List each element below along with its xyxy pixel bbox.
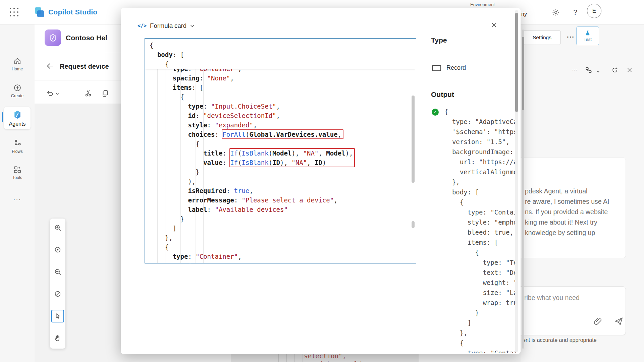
test-pane: Settings ··· Test ··· pdesk Agent, a vir… [521, 24, 644, 362]
editor-scrollbar-thumb[interactable] [412, 96, 415, 183]
close-chat-icon[interactable] [625, 66, 634, 74]
select-tool-icon[interactable] [51, 310, 64, 322]
background-code-strip: selection", weight: "Bolder" [231, 353, 419, 362]
sidebar-item-label: Home [0, 67, 35, 71]
record-type-label: Record [446, 64, 466, 71]
app-title: Copilot Studio [48, 8, 97, 16]
chat-message-line: pdesk Agent, a virtual [525, 186, 609, 196]
output-json-line: url: "https://a [444, 157, 516, 167]
canvas-toolbar [35, 80, 121, 104]
ai-disclaimer: ent is accurate and appropriate [523, 337, 597, 343]
sidebar-item-agents[interactable]: Agents [4, 107, 31, 129]
output-json-line: size: "La [444, 288, 516, 298]
test-button-label: Test [584, 37, 592, 42]
close-dialog-icon[interactable] [489, 20, 499, 30]
test-button[interactable]: Test [576, 26, 599, 45]
pan-tool-icon[interactable] [51, 332, 64, 345]
output-json-line: { [444, 107, 516, 117]
background-code-line: weight: "Bolder" [312, 360, 373, 362]
output-json-line: }, [444, 328, 516, 338]
user-avatar[interactable]: E [587, 4, 601, 18]
sidebar-item-flows[interactable]: Flows [0, 139, 35, 154]
chat-message-line: knowledge by setting up [525, 228, 609, 238]
sidebar-more-button[interactable]: ··· [0, 196, 35, 203]
output-json-line: '$schema': "https [444, 127, 516, 137]
sidebar-item-tools[interactable]: Tools [0, 165, 35, 180]
background-code-line: selection", [304, 353, 346, 360]
type-heading: Type [431, 36, 447, 44]
output-json-line: { [444, 247, 516, 257]
code-line: spacing: "None", [150, 73, 416, 83]
cut-icon[interactable] [84, 89, 92, 97]
sidebar-item-label: Create [0, 94, 35, 98]
output-json-line: body: [ [444, 187, 516, 197]
sidebar-item-label: Agents [9, 121, 26, 127]
undo-chevron-icon[interactable] [55, 91, 63, 99]
agent-name: Contoso Hel [66, 34, 107, 42]
app-launcher-icon[interactable] [9, 7, 19, 17]
code-line: { [150, 92, 416, 102]
chat-message-line: ns. If you provided a website [525, 207, 609, 217]
topic-header: Request device [35, 52, 121, 80]
code-line: body: [ [150, 50, 416, 59]
output-json-line: } [444, 308, 516, 318]
settings-button[interactable]: Settings [523, 30, 561, 45]
copilot-studio-logo-icon [34, 7, 45, 18]
modal-scrollbar[interactable] [515, 10, 518, 352]
back-arrow-icon[interactable] [46, 62, 54, 70]
environment-name-clipped: ny [521, 11, 527, 17]
chat-message-line: king me about it! Next try [525, 217, 609, 228]
disable-tool-icon[interactable] [51, 288, 64, 300]
code-line: label: "Available devices" [150, 205, 416, 214]
copy-icon[interactable] [101, 89, 109, 97]
chevron-down-icon [190, 23, 195, 29]
sidebar-item-create[interactable]: Create [0, 83, 35, 98]
output-json-line: { [444, 338, 516, 348]
header-more-button[interactable]: ··· [567, 33, 575, 41]
refresh-icon[interactable] [610, 66, 619, 74]
locate-tool-icon[interactable] [51, 243, 64, 256]
agent-header: Contoso Hel [35, 24, 121, 52]
record-type-icon [432, 65, 441, 71]
attachment-icon[interactable] [592, 315, 604, 328]
send-icon[interactable] [613, 315, 625, 328]
tools-icon [0, 165, 35, 174]
pane-scrollbar[interactable] [522, 29, 524, 349]
formula-code-editor[interactable]: { body: [ { type: "Container", spacing: … [145, 38, 416, 263]
map-chevron-icon[interactable] [594, 67, 602, 76]
code-line: items: [ [150, 83, 416, 92]
formula-card-title: Formula card [150, 22, 186, 29]
code-line: choices: ForAll(Global.VarDevices.value, [150, 130, 416, 139]
flask-icon [584, 30, 591, 37]
help-icon[interactable]: ? [570, 7, 580, 17]
undo-icon[interactable] [46, 89, 54, 97]
agents-icon [12, 110, 22, 121]
topic-map-icon[interactable] [584, 66, 593, 74]
home-icon [0, 57, 35, 65]
code-scroll-lines: type: "Container", spacing: "None", item… [145, 64, 416, 263]
chat-composer[interactable]: ribe what you need [503, 286, 626, 335]
formula-card-selector[interactable]: </> Formula card [138, 22, 195, 29]
code-line: title: If(IsBlank(Model), "NA", Model), [150, 148, 416, 158]
settings-gear-icon[interactable] [551, 7, 561, 17]
code-line: { [150, 242, 416, 252]
output-json-line: weight: " [444, 278, 516, 288]
output-json-line: version: "1.5", [444, 137, 516, 147]
output-json-line: backgroundImage: [444, 147, 516, 157]
output-json-line: bleed: true, [444, 227, 516, 237]
code-sticky-lines: { body: [ { [145, 39, 416, 69]
sidebar-item-home[interactable]: Home [0, 57, 35, 71]
code-line: style: "expanded", [150, 120, 416, 130]
output-json-line: type: "Te [444, 257, 516, 267]
zoom-out-tool-icon[interactable] [51, 265, 64, 278]
type-record-row: Record [432, 64, 466, 71]
output-json-line: items: [ [444, 237, 516, 247]
code-line: id: "deviceSelectionId", [150, 111, 416, 120]
left-nav-rail: HomeCreateAgentsFlowsTools··· [0, 24, 35, 362]
success-check-icon: ✓ [432, 109, 439, 116]
sidebar-item-label: Flows [0, 149, 35, 154]
code-line: isRequired: true, [150, 186, 416, 195]
zoom-in-tool-icon[interactable] [51, 221, 64, 234]
composer-divider [609, 313, 609, 329]
chat-more-icon[interactable]: ··· [570, 66, 579, 74]
